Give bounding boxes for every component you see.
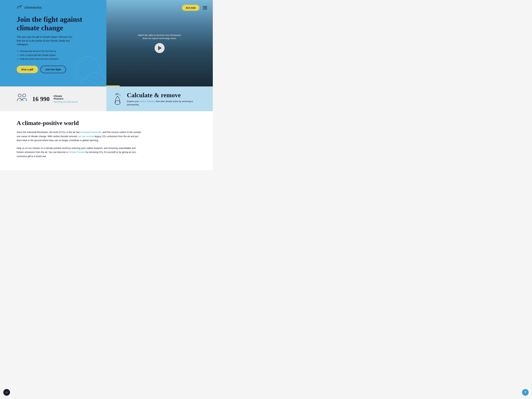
calculate-description: Explore your carbon footprint, then take… bbox=[127, 100, 193, 106]
act-now-button[interactable]: Act now bbox=[182, 5, 200, 11]
calculate-text-block: Calculate & remove Explore your carbon f… bbox=[127, 91, 193, 106]
bottom-title: A climate-positive world bbox=[17, 120, 196, 127]
increased-drastically-link[interactable]: increased drastically bbox=[80, 131, 101, 133]
bottom-para-1: Since the Industrial Revolution, the lev… bbox=[17, 130, 143, 142]
we-can-remove-link[interactable]: we can remove bbox=[78, 135, 94, 138]
stats-left: 16 990 Climate Pioneers Removing CO₂ fro… bbox=[0, 86, 106, 111]
svg-point-2 bbox=[23, 94, 26, 97]
footprint-icon bbox=[113, 93, 122, 105]
hero-section: climeworks Join the fight against climat… bbox=[0, 0, 213, 86]
hamburger-line-1 bbox=[203, 6, 207, 7]
bottom-para-2: Help us on our mission to a climate-posi… bbox=[17, 146, 143, 158]
logo-text: climeworks bbox=[24, 6, 42, 9]
stat-label-main: Climate Pioneers bbox=[54, 95, 78, 100]
svg-point-6 bbox=[117, 93, 118, 95]
hamburger-line-3 bbox=[203, 9, 207, 9]
wave-decoration bbox=[73, 50, 106, 86]
svg-point-1 bbox=[18, 94, 21, 97]
logo-icon bbox=[17, 5, 23, 10]
logo-area: climeworks bbox=[17, 5, 100, 10]
people-svg bbox=[17, 93, 28, 105]
svg-point-7 bbox=[119, 94, 120, 95]
calc-desc-prefix: Explore your bbox=[127, 100, 140, 103]
stats-section: 16 990 Climate Pioneers Removing CO₂ fro… bbox=[0, 86, 213, 111]
bottom-section: A climate-positive world Since the Indus… bbox=[0, 111, 213, 170]
play-triangle-icon bbox=[158, 46, 162, 50]
join-fight-button[interactable]: Join the fight bbox=[40, 66, 66, 73]
hero-subtitle: This year, give the gift of climate impa… bbox=[17, 35, 76, 46]
calculate-title: Calculate & remove bbox=[127, 91, 193, 99]
play-video-button[interactable] bbox=[155, 43, 165, 53]
hero-left: climeworks Join the fight against climat… bbox=[0, 0, 106, 86]
svg-point-4 bbox=[115, 101, 120, 105]
hamburger-line-2 bbox=[203, 7, 207, 8]
yellow-bar-decoration bbox=[106, 85, 120, 86]
stat-number: 16 990 bbox=[32, 95, 50, 103]
stat-label-sub: Removing CO₂ from the air bbox=[54, 101, 78, 103]
svg-point-5 bbox=[115, 94, 117, 95]
climate-pioneer-link[interactable]: Climate Pioneer bbox=[68, 151, 85, 153]
hamburger-button[interactable] bbox=[202, 6, 208, 10]
stat-label-block: Climate Pioneers Removing CO₂ from the a… bbox=[54, 95, 78, 103]
give-gift-button[interactable]: Give a gift bbox=[17, 66, 38, 73]
nav-area: Act now bbox=[182, 5, 208, 11]
svg-point-8 bbox=[120, 95, 121, 96]
stats-right: Calculate & remove Explore your carbon f… bbox=[106, 86, 213, 111]
video-description: Watch the video to discover how Climewor… bbox=[138, 34, 181, 40]
carbon-footprint-link[interactable]: carbon footprint bbox=[140, 100, 155, 103]
hero-right: Act now Watch the video to discover how … bbox=[106, 0, 213, 86]
people-icon bbox=[17, 93, 28, 105]
hero-title: Join the fight against climate change bbox=[17, 15, 100, 32]
svg-point-0 bbox=[17, 8, 18, 9]
